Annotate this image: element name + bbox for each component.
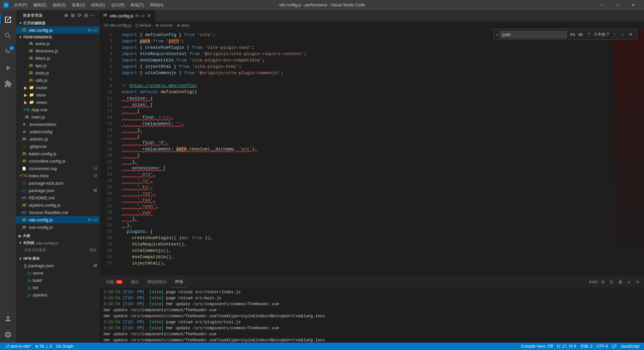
file-filters[interactable]: JS filters.js bbox=[16, 54, 100, 62]
open-editors-section[interactable]: ▼ 打开的编辑器 bbox=[16, 19, 100, 26]
activity-account[interactable] bbox=[0, 311, 16, 327]
open-file-vite-config[interactable]: JS vite.config.js 9+, U bbox=[16, 26, 100, 34]
find-case-sensitive[interactable]: Aa bbox=[569, 31, 576, 38]
menu-run[interactable]: 运行(R) bbox=[109, 1, 128, 9]
folder-views[interactable]: ▶ 📁 views bbox=[16, 99, 100, 106]
close-button[interactable]: ✕ bbox=[625, 0, 641, 10]
file-axios[interactable]: JS axios.js bbox=[16, 40, 100, 47]
menu-edit[interactable]: 编辑(E) bbox=[30, 1, 49, 9]
tab-problems[interactable]: 问题 58 bbox=[102, 276, 127, 288]
tab-close-button[interactable]: ✕ bbox=[146, 13, 152, 18]
terminal-content[interactable]: 3:10:54 [F10: PM] [vite] page reload src… bbox=[100, 288, 644, 343]
status-git-graph[interactable]: Git Graph bbox=[54, 343, 75, 350]
file-vueconfig[interactable]: JS vue.config.js bbox=[16, 223, 100, 231]
npm-build[interactable]: ▷ build bbox=[16, 277, 100, 284]
file-indexhtml[interactable]: HTML index.html U bbox=[16, 172, 100, 179]
breadcrumb-resolve[interactable]: ⊕ resolve bbox=[155, 23, 173, 28]
folder-store[interactable]: ▶ 📁 store bbox=[16, 91, 100, 99]
panel-actions: bash ⊕ ⊟ 🗑 ∧ ✕ bbox=[589, 278, 641, 286]
folder-router[interactable]: ▶ 📁 router bbox=[16, 84, 100, 91]
performance-folder[interactable]: ▼ PERFORMANCE bbox=[16, 34, 100, 40]
new-folder-button[interactable]: ⊞ bbox=[70, 13, 75, 18]
file-commitlint[interactable]: JS commitlint.config.js bbox=[16, 157, 100, 165]
menu-terminal[interactable]: 终端(T) bbox=[128, 1, 146, 9]
maximize-button[interactable]: □ bbox=[610, 0, 625, 10]
npm-package[interactable]: {} package.json M bbox=[16, 262, 100, 269]
file-mainjs[interactable]: JS main.js bbox=[16, 113, 100, 121]
menu-file[interactable]: 文件(F) bbox=[11, 1, 30, 9]
activity-explorer[interactable] bbox=[0, 12, 16, 28]
find-close-button[interactable]: ✕ bbox=[627, 31, 634, 38]
file-versionreadme[interactable]: MD Version.ReadMe.md bbox=[16, 209, 100, 216]
minimize-button[interactable]: ─ bbox=[595, 0, 610, 10]
file-utils[interactable]: JS utils.js bbox=[16, 76, 100, 84]
status-branch[interactable]: ⎇ test-to-vite* bbox=[3, 343, 33, 350]
activity-search[interactable] bbox=[0, 28, 16, 44]
more-options-button[interactable]: ··· bbox=[90, 13, 96, 18]
panel-close-button[interactable]: ✕ bbox=[634, 278, 641, 286]
status-language[interactable]: JavaScript bbox=[619, 343, 641, 350]
tab-viteconfig[interactable]: JS vite.config.js 9+, U ✕ bbox=[100, 10, 155, 21]
collapse-button[interactable]: ⊟ bbox=[84, 13, 89, 18]
breadcrumb-alias[interactable]: ⊕ alias bbox=[177, 23, 189, 28]
tab-debug-console[interactable]: 调试控制台 bbox=[143, 276, 171, 288]
npm-serve[interactable]: ▷ serve bbox=[16, 269, 100, 277]
npm-package-name: package.json bbox=[28, 263, 54, 268]
tab-terminal[interactable]: 终端 bbox=[171, 276, 187, 288]
find-next-button[interactable]: ↓ bbox=[619, 31, 626, 38]
outline-section[interactable]: ▶ 大纲 bbox=[16, 232, 100, 239]
file-stylelint[interactable]: JS stylelint.config.js bbox=[16, 201, 100, 209]
js-icon: JS bbox=[21, 151, 27, 156]
breadcrumb-file[interactable]: JS vite.config.js bbox=[104, 23, 131, 28]
npm-stylelint[interactable]: ▷ stylelint bbox=[16, 291, 100, 299]
file-readme[interactable]: MD README.md bbox=[16, 194, 100, 201]
menu-goto[interactable]: 转到(G) bbox=[89, 1, 108, 9]
status-compile[interactable]: Compile Hero: Off bbox=[519, 343, 555, 350]
trash-terminal-button[interactable]: 🗑 bbox=[617, 278, 624, 286]
file-tools[interactable]: JS tools.js bbox=[16, 69, 100, 76]
file-browserslistrc[interactable]: ⚙ .browserslistrc bbox=[16, 121, 100, 128]
menu-help[interactable]: 帮助(H) bbox=[147, 1, 166, 9]
file-packagelock[interactable]: { } package-lock.json bbox=[16, 179, 100, 187]
find-whole-word[interactable]: ab bbox=[577, 31, 584, 38]
activity-settings[interactable] bbox=[0, 327, 16, 343]
file-tips[interactable]: JS tips.js bbox=[16, 62, 100, 69]
file-appvue[interactable]: VUE App.vue bbox=[16, 106, 100, 113]
menu-select[interactable]: 选择(S) bbox=[50, 1, 68, 9]
timeline-section[interactable]: ▼ 时间线 vite.config.js bbox=[16, 239, 100, 246]
status-errors[interactable]: ⊗ 58 △ 0 bbox=[33, 343, 54, 350]
status-encoding[interactable]: UTF-8 bbox=[595, 343, 610, 350]
file-babel[interactable]: JS babel.config.js bbox=[16, 150, 100, 157]
tab-output[interactable]: 输出 bbox=[127, 276, 143, 288]
status-spaces[interactable]: 空格: 2 bbox=[578, 343, 595, 350]
find-input[interactable] bbox=[500, 31, 567, 38]
file-directives[interactable]: JS directives.js bbox=[16, 47, 100, 54]
file-editorconfig[interactable]: ⚙ .editorconfig bbox=[16, 128, 100, 135]
npm-section[interactable]: ▼ NPM 脚本 bbox=[16, 255, 100, 262]
breadcrumb-default[interactable]: {} default bbox=[135, 23, 151, 28]
code-content[interactable]: import { defineConfig } from 'vite'; imp… bbox=[116, 29, 614, 276]
activity-source-control[interactable]: 4 bbox=[0, 44, 16, 60]
file-conversion[interactable]: 📄 conversion.log U bbox=[16, 165, 100, 172]
activity-run[interactable] bbox=[0, 60, 16, 76]
file-viteconfig[interactable]: JS vite.config.js 9+, U bbox=[16, 216, 100, 223]
split-terminal-button[interactable]: ⊟ bbox=[608, 278, 615, 286]
file-package[interactable]: { } package.json M bbox=[16, 187, 100, 194]
refresh-button[interactable]: ⟳ bbox=[77, 13, 82, 18]
find-prev-button[interactable]: ↑ bbox=[611, 31, 618, 38]
status-eol[interactable]: LF bbox=[610, 343, 619, 350]
new-file-button[interactable]: ⊕ bbox=[63, 13, 69, 18]
new-terminal-button[interactable]: ⊕ bbox=[599, 278, 607, 286]
panel-maximize-button[interactable]: ∧ bbox=[625, 278, 633, 286]
code-line-5: import envCompatible from 'vite-plugin-e… bbox=[116, 57, 614, 63]
npm-lint[interactable]: ▷ lint bbox=[16, 284, 100, 291]
file-eslintrc[interactable]: JS .eslintrc.js bbox=[16, 135, 100, 143]
timeline-uncommitted[interactable]: 未提交的更改 现在 bbox=[16, 246, 100, 253]
file-gitignore[interactable]: ⊙ .gitignore bbox=[16, 143, 100, 150]
status-line-col[interactable]: 行 17, 列 8 bbox=[555, 343, 578, 350]
activity-extensions[interactable] bbox=[0, 76, 16, 92]
find-regex[interactable]: .* bbox=[585, 31, 592, 38]
folder-icon: ▶ bbox=[24, 93, 27, 98]
json-icon: { } bbox=[21, 188, 27, 193]
menu-view[interactable]: 查看(V) bbox=[69, 1, 88, 9]
